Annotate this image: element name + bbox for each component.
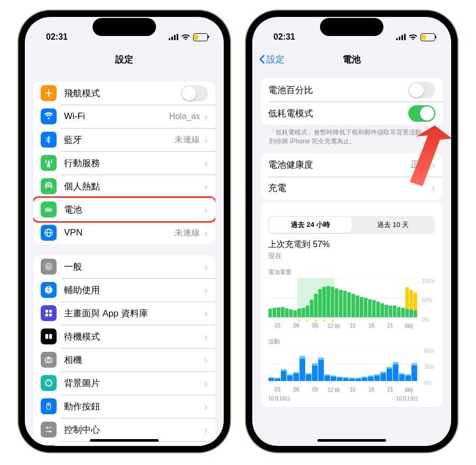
- svg-rect-139: [399, 373, 405, 374]
- svg-point-29: [50, 381, 51, 382]
- row-value: 未連線: [175, 227, 200, 239]
- battery-icon: [41, 202, 57, 217]
- svg-rect-100: [281, 371, 287, 381]
- svg-rect-16: [49, 310, 52, 313]
- svg-rect-49: [269, 308, 272, 317]
- accessibility-icon: [41, 282, 57, 298]
- svg-text:⚡: ⚡: [331, 318, 335, 323]
- svg-rect-106: [299, 359, 305, 381]
- svg-rect-110: [312, 366, 318, 381]
- row-label: 藍牙: [64, 134, 175, 146]
- svg-point-26: [51, 382, 52, 384]
- settings-row-bluetooth[interactable]: 藍牙未連線›: [33, 128, 215, 151]
- chevron-right-icon: ›: [204, 204, 208, 216]
- settings-group-general: 一般›輔助使用›主畫面與 App 資料庫›待機模式›相機›背景圖片›動作按鈕›控…: [33, 255, 215, 446]
- row-label: 相機: [64, 354, 201, 366]
- svg-rect-143: [411, 363, 417, 365]
- settings-row-gear[interactable]: 一般›: [33, 255, 215, 278]
- status-time: 02:31: [273, 32, 295, 42]
- settings-row-action[interactable]: 動作按鈕›: [33, 395, 215, 418]
- svg-rect-97: [269, 377, 274, 378]
- time-range-segmented[interactable]: 過去 24 小時 過去 10 天: [268, 216, 435, 234]
- settings-row-hotspot[interactable]: 個人熱點›: [33, 175, 215, 198]
- svg-rect-67: [343, 290, 347, 317]
- svg-rect-53: [285, 308, 289, 317]
- settings-group-connectivity: 飛航模式Wi-FiHola_ax›藍牙未連線›行動服務›個人熱點›電池›VPN未…: [33, 81, 215, 244]
- settings-row-wallpaper[interactable]: 背景圖片›: [33, 371, 215, 395]
- settings-row-standby[interactable]: 待機模式›: [33, 325, 215, 348]
- svg-rect-85: [409, 290, 413, 309]
- date-left: 10月18日: [268, 395, 290, 403]
- settings-row-vpn[interactable]: VPN未連線›: [33, 221, 215, 244]
- svg-rect-109: [306, 373, 312, 374]
- svg-text:⚡: ⚡: [305, 318, 309, 323]
- settings-row-antenna[interactable]: 行動服務›: [33, 151, 215, 175]
- row-label: 電池百分比: [268, 84, 408, 96]
- svg-rect-7: [51, 209, 52, 211]
- settings-row-低耗電模式[interactable]: 低耗電模式: [261, 102, 443, 125]
- svg-rect-107: [299, 356, 305, 359]
- settings-row-電池百分比[interactable]: 電池百分比: [261, 78, 443, 102]
- svg-rect-61: [318, 289, 322, 317]
- settings-row-充電[interactable]: 充電›: [261, 177, 443, 200]
- settings-row-battery[interactable]: 電池›: [33, 198, 215, 221]
- back-button[interactable]: 設定: [259, 53, 285, 66]
- row-label: 行動服務: [64, 157, 201, 169]
- svg-rect-0: [169, 38, 170, 40]
- toggle-switch[interactable]: [408, 105, 435, 122]
- activity-label: 活動: [268, 338, 435, 345]
- iphone-frame-left: 02:31 設定 飛航模式Wi-FiHola_ax›藍牙未連線›行動服務›個人熱…: [19, 11, 230, 452]
- svg-rect-117: [331, 376, 336, 377]
- settings-row-search[interactable]: 搜尋›: [33, 441, 215, 446]
- toggle-switch[interactable]: [181, 85, 208, 102]
- svg-rect-118: [337, 378, 343, 381]
- battery-icon: [193, 33, 208, 41]
- chart-x-ticks: 03060912 時1518210時: [268, 387, 435, 394]
- svg-text:⚡: ⚡: [297, 318, 301, 323]
- svg-point-34: [48, 404, 50, 406]
- settings-row-sliders[interactable]: 控制中心›: [33, 418, 215, 441]
- segment-10d[interactable]: 過去 10 天: [352, 217, 434, 233]
- svg-rect-19: [45, 334, 48, 339]
- wifi-icon: [408, 34, 418, 40]
- last-charge-title: 上次充電到 57%: [268, 239, 435, 250]
- svg-rect-99: [274, 378, 280, 379]
- chevron-right-icon: ›: [204, 377, 208, 389]
- row-value: 正常: [410, 159, 427, 170]
- svg-point-27: [48, 385, 49, 386]
- row-label: 輔助使用: [64, 284, 201, 296]
- settings-row-appgrid[interactable]: 主畫面與 App 資料庫›: [33, 302, 215, 325]
- settings-row-電池健康度[interactable]: 電池健康度正常›: [261, 153, 443, 177]
- svg-rect-78: [389, 305, 392, 317]
- svg-rect-134: [387, 369, 392, 381]
- toggle-switch[interactable]: [408, 82, 435, 98]
- svg-rect-138: [399, 374, 405, 381]
- chevron-right-icon: ›: [432, 159, 435, 171]
- svg-rect-115: [324, 374, 330, 375]
- back-label: 設定: [267, 53, 285, 66]
- svg-rect-70: [355, 295, 359, 317]
- settings-row-camera[interactable]: 相機›: [33, 348, 215, 371]
- settings-row-accessibility[interactable]: 輔助使用›: [33, 278, 215, 302]
- row-label: 低耗電模式: [268, 107, 408, 120]
- svg-rect-42: [399, 37, 400, 40]
- segment-24h[interactable]: 過去 24 小時: [269, 217, 352, 233]
- svg-rect-41: [396, 38, 398, 40]
- svg-rect-74: [372, 300, 376, 317]
- appgrid-icon: [41, 305, 57, 321]
- svg-rect-15: [45, 310, 48, 313]
- settings-row-airplane[interactable]: 飛航模式: [33, 81, 215, 105]
- chevron-right-icon: ›: [204, 261, 208, 273]
- chevron-right-icon: ›: [204, 134, 208, 146]
- svg-rect-69: [351, 294, 355, 317]
- svg-rect-76: [380, 303, 384, 317]
- svg-rect-121: [343, 377, 349, 378]
- camera-icon: [41, 352, 57, 368]
- svg-point-14: [48, 287, 50, 288]
- svg-rect-124: [355, 379, 361, 381]
- screen-left: 02:31 設定 飛航模式Wi-FiHola_ax›藍牙未連線›行動服務›個人熱…: [25, 17, 224, 446]
- svg-rect-64: [331, 287, 334, 317]
- svg-rect-135: [387, 367, 392, 369]
- home-indicator: [317, 439, 386, 442]
- settings-row-wifi[interactable]: Wi-FiHola_ax›: [33, 105, 215, 128]
